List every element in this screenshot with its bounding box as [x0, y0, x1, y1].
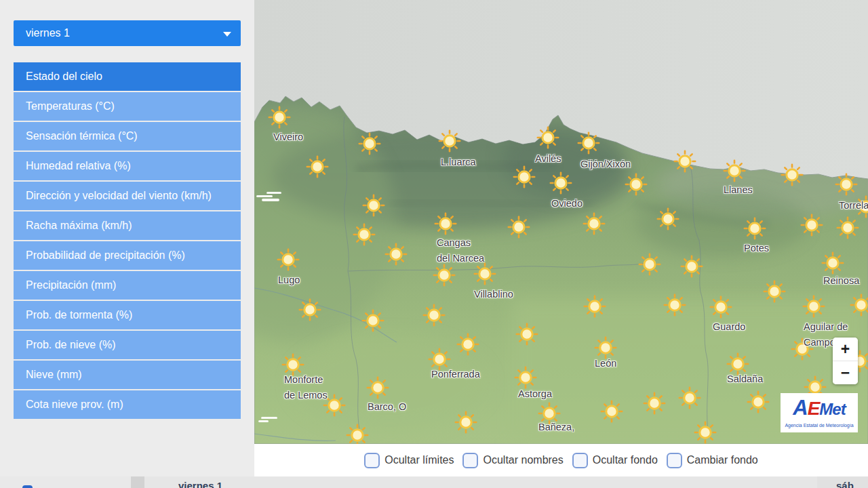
city-label: Villablino	[474, 287, 513, 302]
footer-divider	[131, 476, 144, 488]
footer-day-tab-current[interactable]: viernes 1	[178, 480, 222, 488]
sidebar-item-1[interactable]: Temperaturas (°C)	[14, 92, 241, 121]
sidebar-item-7[interactable]: Precipitación (mm)	[14, 271, 241, 300]
city-label: Avilés	[535, 151, 561, 167]
city-label: Torrela	[839, 198, 868, 214]
sidebar-item-10[interactable]: Nieve (mm)	[14, 361, 241, 389]
city-label: Bañeza,	[538, 420, 574, 435]
sidebar-item-4[interactable]: Dirección y velocidad del viento (km/h)	[14, 182, 241, 210]
sidebar-item-5[interactable]: Racha máxima (km/h)	[14, 211, 241, 240]
sidebar-item-2[interactable]: Sensación térmica (°C)	[14, 122, 241, 150]
city-label: Gijón/Xixón	[580, 157, 631, 172]
option-ocultar-límites[interactable]: Ocultar límites	[364, 453, 454, 468]
sidebar-item-3[interactable]: Humedad relativa (%)	[14, 152, 241, 180]
weather-map[interactable]: ViveiroL.luarcaAvilésGijón/XixónOviedoLl…	[254, 0, 868, 444]
city-label: Astorga	[518, 386, 552, 402]
scale-marks-top	[256, 190, 283, 203]
city-label: Monfortede Lemos	[284, 372, 328, 403]
sidebar-item-6[interactable]: Probabilidad de precipitación (%)	[14, 241, 241, 270]
footer-day-tab-next[interactable]: sáb	[836, 480, 854, 488]
checkbox[interactable]	[667, 453, 682, 468]
city-label: Ponferrada	[431, 367, 480, 382]
city-label: Cangasdel Narcea	[437, 235, 484, 266]
chevron-down-icon	[223, 32, 231, 37]
sidebar-menu: Estado del cieloTemperaturas (°C)Sensaci…	[14, 62, 241, 420]
footer-bar: viernes 1 sáb	[0, 476, 868, 488]
day-selector-dropdown[interactable]: viernes 1	[14, 20, 241, 46]
terrain-background	[254, 0, 868, 444]
checkbox[interactable]	[572, 453, 588, 468]
footer-left-segment	[0, 476, 131, 488]
zoom-out-button[interactable]: −	[833, 361, 858, 384]
footer-logo-stub	[22, 485, 33, 488]
checkbox[interactable]	[462, 453, 478, 468]
checkbox[interactable]	[364, 453, 380, 468]
city-label: Lugo	[278, 272, 300, 288]
sidebar: viernes 1 Estado del cieloTemperaturas (…	[0, 0, 254, 476]
sidebar-item-0[interactable]: Estado del cielo	[14, 62, 241, 91]
city-label: León	[595, 356, 616, 371]
zoom-in-button[interactable]: +	[833, 338, 858, 361]
zoom-controls: + −	[833, 338, 858, 384]
city-label: Viveiro	[273, 129, 303, 145]
checkbox-label: Ocultar límites	[384, 454, 454, 466]
aemet-logo: AEMet Agencia Estatal de Meteorología	[781, 393, 858, 432]
option-ocultar-fondo[interactable]: Ocultar fondo	[572, 453, 658, 468]
sidebar-item-9[interactable]: Prob. de nieve (%)	[14, 331, 241, 359]
checkbox-label: Ocultar fondo	[593, 454, 658, 466]
map-options-bar: Ocultar límitesOcultar nombresOcultar fo…	[254, 444, 868, 476]
day-selector-value: viernes 1	[14, 27, 70, 39]
checkbox-label: Ocultar nombres	[483, 454, 563, 466]
city-label: L.luarca	[441, 155, 476, 170]
option-cambiar-fondo[interactable]: Cambiar fondo	[667, 453, 758, 468]
scale-marks-bottom	[258, 415, 281, 424]
weather-app: viernes 1 Estado del cieloTemperaturas (…	[0, 0, 868, 488]
city-label: Oviedo	[551, 196, 583, 211]
checkbox-label: Cambiar fondo	[687, 454, 758, 466]
city-label: Potes	[744, 241, 769, 256]
city-label: Saldaña	[727, 371, 763, 387]
sidebar-item-11[interactable]: Cota nieve prov. (m)	[14, 390, 241, 419]
city-label: Guardo	[713, 319, 745, 335]
city-label: Barco, O	[368, 399, 406, 415]
sidebar-item-8[interactable]: Prob. de tormenta (%)	[14, 301, 241, 329]
city-label: Llanes	[724, 182, 753, 198]
option-ocultar-nombres[interactable]: Ocultar nombres	[462, 453, 563, 468]
city-label: Reinosa	[823, 273, 859, 289]
aemet-logo-text: AEMet	[793, 398, 845, 422]
aemet-logo-caption: Agencia Estatal de Meteorología	[785, 423, 853, 428]
